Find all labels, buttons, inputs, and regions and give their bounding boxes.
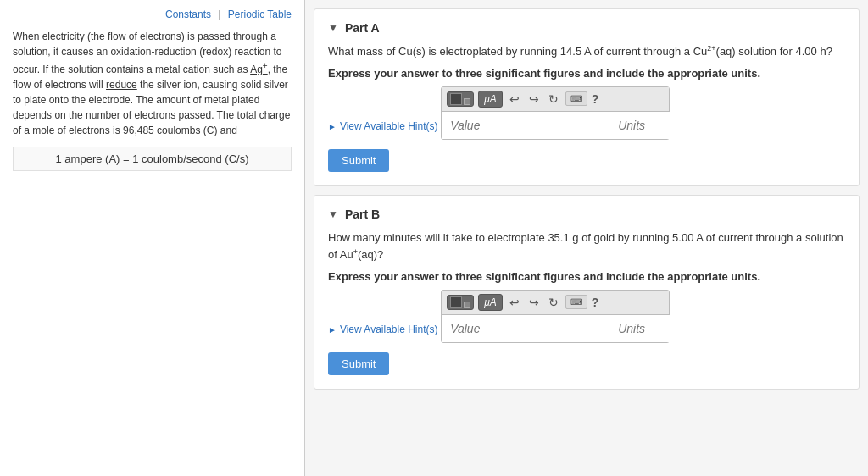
part-a-header: ▼ Part A xyxy=(328,21,845,35)
part-b-units-input[interactable] xyxy=(609,315,776,342)
part-b-title: Part B xyxy=(345,208,380,221)
big-square-icon xyxy=(450,93,462,105)
right-panel: ▼ Part A What mass of Cu(s) is electropl… xyxy=(305,0,868,476)
part-b-hint-link[interactable]: ► View Available Hint(s) xyxy=(328,324,438,335)
part-a-toolbar: μA ↩ ↪ ↻ ⌨ ? xyxy=(442,87,669,112)
part-a-question: What mass of Cu(s) is electroplated by r… xyxy=(328,43,845,60)
part-a-hint-text: View Available Hint(s) xyxy=(340,120,438,132)
part-a-collapse-arrow[interactable]: ▼ xyxy=(328,22,338,34)
part-a-answer-box: μA ↩ ↪ ↻ ⌨ ? xyxy=(441,86,670,140)
part-a-refresh-btn[interactable]: ↻ xyxy=(546,91,561,108)
part-a-submit-btn[interactable]: Submit xyxy=(328,149,389,172)
part-b-collapse-arrow[interactable]: ▼ xyxy=(328,208,338,220)
part-b-answer-fields xyxy=(442,315,669,342)
part-a-units-input[interactable] xyxy=(609,112,776,139)
part-a-answer-fields xyxy=(442,112,669,139)
part-a-mu-btn[interactable]: μA xyxy=(478,91,503,108)
part-a-hint-link[interactable]: ► View Available Hint(s) xyxy=(328,120,438,132)
part-b-split-btn[interactable] xyxy=(447,295,474,310)
part-b-express-text: Express your answer to three significant… xyxy=(328,270,845,283)
part-b-value-input[interactable] xyxy=(442,315,609,342)
part-b-question: How many minutes will it take to electro… xyxy=(328,230,845,263)
part-a-redo-btn[interactable]: ↪ xyxy=(526,91,542,108)
small-square-icon-b xyxy=(464,302,470,308)
big-square-icon-b xyxy=(450,296,462,308)
description-text: When electricity (the flow of electrons)… xyxy=(13,29,292,138)
part-b-help-btn[interactable]: ? xyxy=(592,296,599,309)
link-separator: | xyxy=(218,8,220,20)
part-a-help-btn[interactable]: ? xyxy=(592,92,599,106)
part-b-header: ▼ Part B xyxy=(328,208,845,221)
part-a-title: Part A xyxy=(345,21,380,35)
constants-link[interactable]: Constants xyxy=(165,8,211,20)
part-a-value-input[interactable] xyxy=(442,112,609,139)
part-b-submit-btn[interactable]: Submit xyxy=(328,352,389,375)
left-panel: Constants | Periodic Table When electric… xyxy=(0,0,305,476)
part-b-toolbar: μA ↩ ↪ ↻ ⌨ ? xyxy=(442,291,669,315)
part-a-keyboard-btn[interactable]: ⌨ xyxy=(565,91,587,106)
part-b-hint-arrow: ► xyxy=(328,325,337,335)
formula-text: 1 ampere (A) = 1 coulomb/second (C/s) xyxy=(13,147,292,171)
part-b-keyboard-btn[interactable]: ⌨ xyxy=(565,295,587,309)
part-b-section: ▼ Part B How many minutes will it take t… xyxy=(314,195,860,390)
part-b-undo-btn[interactable]: ↩ xyxy=(507,294,522,311)
part-b-answer-box: μA ↩ ↪ ↻ ⌨ ? xyxy=(441,290,670,343)
part-b-redo-btn[interactable]: ↪ xyxy=(526,294,542,311)
part-a-express-text: Express your answer to three significant… xyxy=(328,67,845,80)
part-b-hint-text: View Available Hint(s) xyxy=(340,324,438,335)
periodic-table-link[interactable]: Periodic Table xyxy=(228,8,292,20)
part-a-section: ▼ Part A What mass of Cu(s) is electropl… xyxy=(314,8,860,186)
part-b-mu-btn[interactable]: μA xyxy=(478,294,503,311)
part-a-hint-arrow: ► xyxy=(328,122,337,131)
part-a-split-btn[interactable] xyxy=(447,91,474,107)
small-square-icon xyxy=(464,98,470,105)
part-a-undo-btn[interactable]: ↩ xyxy=(507,91,522,108)
top-links: Constants | Periodic Table xyxy=(13,8,292,20)
part-b-refresh-btn[interactable]: ↻ xyxy=(546,294,561,311)
